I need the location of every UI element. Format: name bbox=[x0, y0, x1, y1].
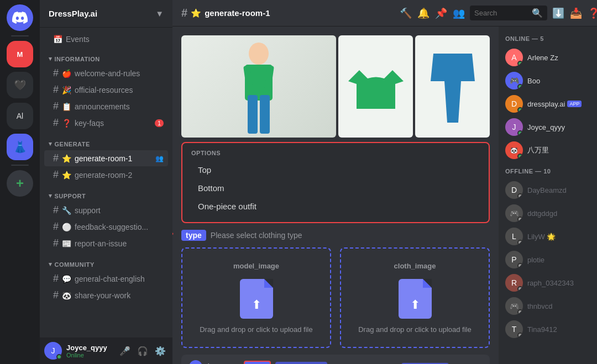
member-raph[interactable]: R raph_0342343 bbox=[505, 272, 597, 294]
member-bawan[interactable]: 🐼 八万里 bbox=[505, 139, 597, 161]
category-information[interactable]: ▾ INFORMATION bbox=[40, 46, 172, 65]
status-dot-lily bbox=[517, 240, 523, 245]
right-sidebar: ONLINE — 5 A Arlene Zz 🎮 Boo bbox=[499, 27, 597, 364]
member-plotie[interactable]: P plotie bbox=[505, 249, 597, 271]
inbox-icon[interactable]: 📥 bbox=[569, 7, 583, 20]
upload-areas: model_image ⬆ Drag and drop or click to … bbox=[181, 247, 490, 348]
channel-faqs[interactable]: # ❓ key-faqs 1 bbox=[44, 115, 168, 131]
channel-icon: 📰 bbox=[62, 239, 71, 248]
unread-badge: 1 bbox=[155, 119, 164, 127]
category-generate[interactable]: ▾ GENERATE bbox=[40, 131, 172, 150]
user-avatar: J bbox=[44, 342, 62, 360]
upload-icon-model: ⬆ bbox=[240, 279, 273, 319]
member-thn[interactable]: 🎮 thnbvcd bbox=[505, 295, 597, 317]
search-box[interactable]: 🔍 bbox=[470, 6, 547, 20]
category-support[interactable]: ▾ SUPPORT bbox=[40, 183, 172, 202]
hash-icon: # bbox=[53, 238, 59, 249]
channel-general[interactable]: # 💬 general-chat-english bbox=[44, 271, 168, 287]
type-label-row: type Please select clothing type bbox=[181, 230, 490, 241]
category-community[interactable]: ▾ COMMUNITY bbox=[40, 252, 172, 270]
server-icon-black[interactable]: 🖤 bbox=[7, 72, 33, 98]
member-name-arlene: Arlene Zz bbox=[527, 54, 558, 62]
pin-icon[interactable]: 📌 bbox=[434, 7, 448, 20]
online-header: ONLINE — 5 bbox=[505, 35, 597, 42]
headphone-button[interactable]: 🎧 bbox=[135, 343, 150, 358]
sidebar-divider-2 bbox=[11, 165, 29, 166]
user-controls: 🎤 🎧 ⚙️ bbox=[117, 343, 168, 358]
events-item[interactable]: 📅 Events bbox=[44, 33, 168, 46]
channel-welcome[interactable]: # 🍎 welcome-and-rules bbox=[44, 65, 168, 81]
chevron-icon: ▾ bbox=[49, 55, 53, 62]
command-bar: J /generate type model_image Please atta… bbox=[181, 355, 490, 364]
member-tina[interactable]: T Tina9412 bbox=[505, 318, 597, 340]
member-arlene[interactable]: A Arlene Zz bbox=[505, 46, 597, 68]
channel-announcements[interactable]: # 📋 announcements bbox=[44, 98, 168, 114]
channel-share[interactable]: # 🐼 share-your-work bbox=[44, 287, 168, 303]
chevron-icon: ▾ bbox=[49, 140, 53, 147]
channel-name: share-your-work bbox=[75, 291, 130, 300]
member-avatar-tina: T bbox=[505, 320, 523, 338]
hash-icon-large: # bbox=[181, 7, 187, 19]
member-name-dressplay: dressplay.ai APP bbox=[527, 100, 582, 108]
hammer-icon[interactable]: 🔨 bbox=[399, 7, 412, 20]
cloth-upload-text: Drag and drop or click to upload file bbox=[358, 325, 472, 334]
server-header[interactable]: DressPlay.ai ▼ bbox=[40, 0, 172, 28]
options-panel: OPTIONS Top Bottom One-piece outfit bbox=[181, 142, 490, 223]
member-avatar-dressplay: D bbox=[505, 95, 523, 113]
member-ddtg[interactable]: 🎮 ddtgddgd bbox=[505, 202, 597, 224]
settings-button[interactable]: ⚙️ bbox=[153, 343, 168, 358]
top-bar: # ⭐ generate-room-1 🔨 🔔 📌 👥 🔍 ⬇️ 📥 ❓ bbox=[172, 0, 597, 27]
option-top[interactable]: Top bbox=[191, 161, 480, 179]
add-server-button[interactable]: + bbox=[7, 170, 33, 197]
member-joyce[interactable]: J Joyce_qyyy bbox=[505, 116, 597, 138]
member-name-raph: raph_0342343 bbox=[527, 279, 574, 287]
image-preview bbox=[181, 35, 490, 138]
main-content: # ⭐ generate-room-1 🔨 🔔 📌 👥 🔍 ⬇️ 📥 ❓ bbox=[172, 0, 597, 364]
member-name-ddtg: ddtgddgd bbox=[527, 209, 557, 218]
type-selector: type Please select clothing type bbox=[181, 230, 490, 241]
member-dressplay[interactable]: D dressplay.ai APP bbox=[505, 93, 597, 115]
server-icon-dressplay[interactable]: 👗 bbox=[7, 134, 33, 160]
channel-name: generate-room-1 bbox=[75, 154, 132, 163]
status-dot-bawan bbox=[517, 154, 523, 159]
member-avatar-ddtg: 🎮 bbox=[505, 204, 523, 222]
online-status-dot bbox=[56, 354, 62, 360]
channel-support[interactable]: # 🔧 support bbox=[44, 202, 168, 218]
channel-name: general-chat-english bbox=[75, 275, 145, 283]
help-icon[interactable]: ❓ bbox=[587, 7, 597, 20]
channel-generate-2[interactable]: # ⭐ generate-room-2 bbox=[44, 167, 168, 183]
download-icon[interactable]: ⬇️ bbox=[552, 7, 565, 20]
channel-report[interactable]: # 📰 report-an-issue bbox=[44, 235, 168, 251]
cloth-image-upload[interactable]: cloth_image ⬆ Drag and drop or click to … bbox=[340, 247, 490, 348]
mic-button[interactable]: 🎤 bbox=[117, 343, 133, 358]
server-icon-m[interactable]: M bbox=[7, 41, 33, 67]
people-icon[interactable]: 👥 bbox=[452, 7, 465, 20]
member-daybeam[interactable]: D DayBeamzd bbox=[505, 179, 597, 201]
member-name-boo: Boo bbox=[527, 77, 540, 85]
hash-icon: # bbox=[53, 101, 59, 112]
chevron-icon: ▾ bbox=[49, 261, 53, 268]
model-image-upload[interactable]: model_image ⬆ Drag and drop or click to … bbox=[181, 247, 331, 348]
member-avatar-thn: 🎮 bbox=[505, 297, 523, 315]
discord-icon[interactable] bbox=[7, 4, 33, 31]
messages-container: OPTIONS Top Bottom One-piece outfit ➜ ty… bbox=[172, 27, 499, 364]
server-icon-alkaid[interactable]: Al bbox=[7, 103, 33, 129]
channel-icon: ⭐ bbox=[62, 171, 71, 180]
member-boo[interactable]: 🎮 Boo bbox=[505, 70, 597, 92]
hash-icon: # bbox=[53, 84, 59, 96]
channel-icon: 🍎 bbox=[62, 69, 71, 78]
hash-icon: # bbox=[53, 289, 59, 301]
bell-icon[interactable]: 🔔 bbox=[417, 7, 430, 20]
option-bottom[interactable]: Bottom bbox=[191, 179, 480, 197]
hash-icon: # bbox=[53, 152, 59, 164]
channel-name: welcome-and-rules bbox=[75, 69, 140, 78]
channel-feedback[interactable]: # ⚪ feedback-suggestio... bbox=[44, 219, 168, 235]
search-input[interactable] bbox=[474, 9, 528, 17]
option-onepiece[interactable]: One-piece outfit bbox=[191, 197, 480, 215]
member-lily[interactable]: L LilyW 🌟 bbox=[505, 225, 597, 247]
channel-name: feedback-suggestio... bbox=[75, 223, 148, 231]
channel-generate-1[interactable]: # ⭐ generate-room-1 👥 bbox=[44, 150, 168, 166]
app-sidebar: M 🖤 Al 👗 + bbox=[0, 0, 40, 364]
channel-icon: ❓ bbox=[62, 119, 71, 128]
channel-official[interactable]: # 🎉 official-resources bbox=[44, 82, 168, 98]
